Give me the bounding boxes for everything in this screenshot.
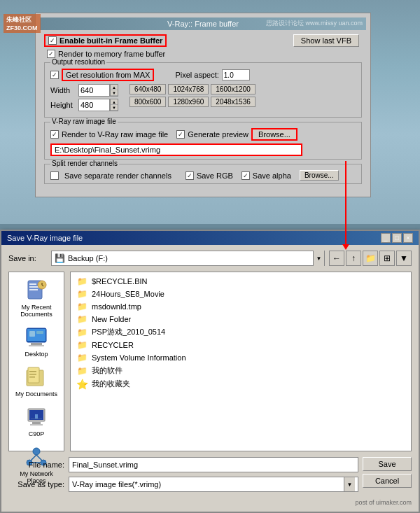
save-alpha-checkbox[interactable]	[241, 171, 250, 180]
menu-icon[interactable]: ▼	[396, 251, 412, 266]
raw-browse-button[interactable]: Browse...	[251, 128, 298, 141]
file-item-sysvolinfo[interactable]: 📁 System Volume Information	[74, 351, 408, 364]
file-item-recycler[interactable]: 📁 RECYCLER	[74, 339, 408, 351]
file-item-msdownld[interactable]: 📁 msdownld.tmp	[74, 300, 408, 313]
save-rgb-label: Save RGB	[197, 171, 233, 180]
preset-1280x960[interactable]: 1280x960	[168, 97, 209, 107]
output-res-title: Output resolution	[50, 58, 106, 66]
preset-800x600[interactable]: 800x600	[130, 97, 166, 107]
folder-icon: 📁	[76, 289, 88, 299]
nav-item-documents[interactable]: My Documents	[11, 363, 62, 400]
computer-label: C90P	[29, 430, 45, 437]
split-channels-checkbox[interactable]	[50, 171, 59, 180]
preview-checkbox[interactable]	[176, 130, 185, 139]
dialog-maximize-button[interactable]: □	[392, 233, 402, 243]
new-folder-icon[interactable]: 📁	[363, 251, 378, 266]
save-in-combo[interactable]: 💾 Backup (F:) ▼	[51, 251, 325, 266]
save-separate-label: Save separate render channels	[64, 171, 172, 180]
nav-item-recent[interactable]: My Recent Documents	[11, 276, 62, 321]
save-in-dropdown-arrow[interactable]: ▼	[313, 251, 324, 266]
file-name: 我的收藏夹	[92, 379, 130, 389]
file-name: msdownld.tmp	[92, 302, 141, 311]
file-list: 📁 $RECYCLE.BIN 📁 24Hours_SE8_Movie 📁 msd…	[70, 272, 412, 451]
height-input[interactable]	[78, 99, 110, 111]
svg-rect-12	[36, 331, 43, 334]
save-button[interactable]: Save	[363, 457, 412, 471]
svg-rect-1	[29, 283, 36, 285]
width-input[interactable]	[78, 84, 110, 97]
dialog-minimize-button[interactable]: _	[381, 233, 391, 243]
filetype-label: Save as type:	[8, 480, 64, 489]
svg-rect-10	[29, 345, 44, 346]
svg-rect-14	[28, 367, 39, 383]
folder-icon: 📁	[76, 276, 88, 286]
folder-icon: 📁	[76, 302, 88, 311]
documents-icon	[25, 366, 48, 388]
preset-2048x1536[interactable]: 2048x1536	[211, 97, 255, 107]
height-spinner[interactable]: ▲ ▼	[110, 99, 118, 111]
save-in-row: Save in: 💾 Backup (F:) ▼ ← ↑ 📁 ⊞ ▼	[8, 251, 412, 266]
raw-path-input[interactable]	[50, 143, 302, 156]
svg-rect-3	[29, 289, 38, 290]
cancel-button[interactable]: Cancel	[363, 474, 412, 488]
render-raw-label: Render to V-Ray raw image file	[62, 130, 168, 139]
logo: 朱峰社区 ZF30.COM	[4, 14, 41, 33]
file-name: PSP游戏_2010_0514	[92, 327, 165, 337]
folder-icon: 📁	[76, 328, 88, 337]
file-item-software[interactable]: 📁 我的软件	[74, 364, 408, 377]
show-vfb-button[interactable]: Show last VFB	[293, 34, 359, 47]
save-cancel-buttons: Save Cancel	[363, 457, 412, 488]
raw-image-group: V-Ray raw image file Render to V-Ray raw…	[44, 122, 362, 160]
preset-640x480[interactable]: 640x480	[130, 84, 166, 94]
filetype-dropdown-arrow[interactable]: ▼	[344, 477, 355, 491]
up-folder-icon[interactable]: ↑	[346, 251, 361, 266]
render-raw-checkbox[interactable]	[50, 130, 59, 139]
recent-label: My Recent Documents	[14, 304, 59, 318]
svg-point-24	[33, 448, 40, 455]
file-item-favorites[interactable]: ⭐ 我的收藏夹	[74, 377, 408, 391]
preset-1024x768[interactable]: 1024x768	[168, 84, 209, 94]
dialog-main: My Recent Documents Desktop	[8, 272, 412, 451]
dialog-title: Save V-Ray image file	[7, 234, 83, 242]
raw-image-title: V-Ray raw image file	[50, 118, 118, 125]
pixel-aspect-label: Pixel aspect:	[175, 71, 218, 79]
computer-icon	[25, 406, 48, 428]
nav-item-computer[interactable]: C90P	[11, 403, 62, 440]
file-item-psp[interactable]: 📁 PSP游戏_2010_0514	[74, 325, 408, 339]
pixel-aspect-input[interactable]: 1.0	[222, 69, 250, 80]
desktop-label: Desktop	[24, 351, 48, 358]
dialog-close-button[interactable]: ×	[403, 233, 413, 243]
footer: post of uimaker.com	[8, 499, 412, 506]
vray-title: V-Ray:: Frame buffer	[167, 20, 239, 28]
svg-rect-23	[31, 419, 42, 419]
get-res-label: Get resolution from MAX	[66, 71, 150, 79]
filetype-value: V-Ray image files(*.vrimg)	[72, 480, 344, 489]
render-memory-checkbox[interactable]	[47, 50, 55, 58]
nav-item-desktop[interactable]: Desktop	[11, 323, 62, 360]
filename-input[interactable]	[69, 457, 358, 472]
width-label: Width	[50, 86, 78, 94]
folder-icon: 📁	[76, 353, 88, 363]
get-res-checkbox[interactable]	[50, 71, 59, 79]
enable-checkbox[interactable]	[48, 36, 57, 45]
height-label: Height	[50, 101, 78, 109]
bottom-fields: File name: Save as type: V-Ray image fil…	[8, 457, 412, 496]
file-name: 24Hours_SE8_Movie	[92, 290, 164, 298]
preset-1600x1200[interactable]: 1600x1200	[211, 84, 255, 94]
split-title: Split render channels	[50, 160, 119, 167]
filename-label: File name:	[8, 461, 64, 469]
split-browse-button[interactable]: Browse...	[300, 170, 339, 181]
grid-view-icon[interactable]: ⊞	[379, 251, 395, 266]
svg-rect-9	[31, 343, 42, 345]
file-name: $RECYCLE.BIN	[92, 277, 147, 286]
watermark: 思路设计论坛 www.missy uan.com	[266, 19, 363, 28]
file-item-newfolder[interactable]: 📁 New Folder	[74, 313, 408, 325]
file-name: RECYCLER	[92, 341, 134, 349]
filetype-combo[interactable]: V-Ray image files(*.vrimg) ▼	[69, 477, 358, 492]
width-spinner[interactable]: ▲ ▼	[110, 84, 118, 97]
file-item-24hours[interactable]: 📁 24Hours_SE8_Movie	[74, 288, 408, 300]
folder-icon: 📁	[76, 340, 88, 350]
save-rgb-checkbox[interactable]	[186, 171, 194, 180]
back-icon[interactable]: ←	[329, 251, 344, 266]
file-item-recycle[interactable]: 📁 $RECYCLE.BIN	[74, 275, 408, 288]
